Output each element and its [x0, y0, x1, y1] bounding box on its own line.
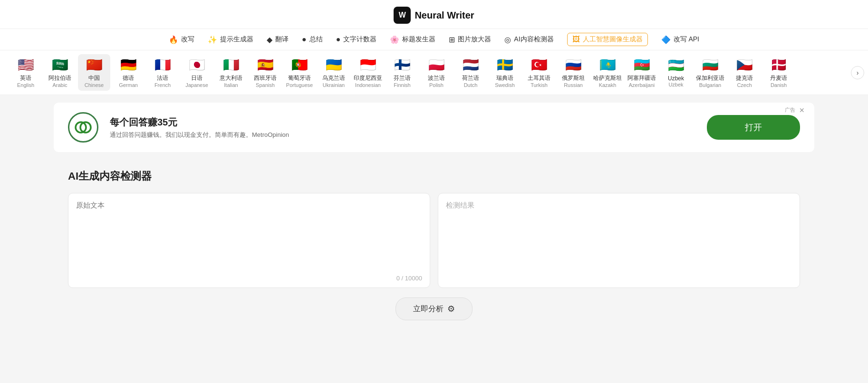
lang-item-kazakh[interactable]: 🇰🇿 哈萨克斯坦 Kazakh [591, 54, 624, 91]
lang-flag: 🇺🇸 [14, 57, 37, 72]
lang-flag: 🇦🇿 [630, 57, 653, 72]
lang-name-en: Turkish [530, 82, 548, 88]
ad-title: 每个回答赚35元 [110, 116, 707, 129]
language-bar-wrap: 🇺🇸 英语 English 🇸🇦 阿拉伯语 Arabic 🇨🇳 中国 Chine… [0, 50, 868, 95]
lang-flag: 🇯🇵 [185, 57, 208, 72]
dot-icon: ● [336, 35, 341, 44]
lang-flag: 🇮🇹 [220, 57, 242, 72]
lang-name-en: Japanese [185, 82, 208, 88]
lang-name-en: Spanish [256, 82, 275, 88]
lang-name-en: Arabic [52, 82, 67, 88]
lang-item-uzbek[interactable]: 🇺🇿 Uzbek Uzbek [660, 55, 692, 90]
nav-item-aidetect[interactable]: ◎ AI内容检测器 [504, 35, 553, 44]
lang-name-en: Italian [224, 82, 238, 88]
lang-flag: 🇨🇳 [83, 57, 106, 72]
lang-item-french[interactable]: 🇫🇷 法语 French [146, 54, 179, 91]
lang-item-dutch[interactable]: 🇳🇱 荷兰语 Dutch [454, 54, 487, 91]
ad-text: 每个回答赚35元 通过回答问题赚钱。我们以现金支付。简单而有趣。MetroOpi… [110, 116, 707, 139]
text-input[interactable] [76, 201, 422, 268]
nav-item-translate[interactable]: ◆ 翻译 [267, 35, 289, 44]
nav-item-wordcount[interactable]: ● 文字计数器 [336, 35, 377, 44]
lang-name-cn: 阿塞拜疆语 [627, 74, 656, 82]
analyze-button[interactable]: 立即分析 ⚙ [395, 297, 473, 320]
lang-name-en: Ukrainian [323, 82, 345, 88]
ad-label: 广告 [785, 106, 795, 114]
analyze-btn-wrap: 立即分析 ⚙ [68, 297, 800, 320]
nav-item-prompt[interactable]: ✨ 提示生成器 [208, 35, 253, 44]
lang-name-cn: Uzbek [668, 75, 684, 82]
lang-flag: 🇺🇿 [665, 58, 687, 73]
nav-item-summarize[interactable]: ● 总结 [302, 35, 323, 44]
lang-flag: 🇪🇸 [254, 57, 277, 72]
lang-name-cn: 意大利语 [220, 74, 242, 82]
lang-item-japanese[interactable]: 🇯🇵 日语 Japanese [181, 54, 213, 91]
lang-item-arabic[interactable]: 🇸🇦 阿拉伯语 Arabic [44, 54, 76, 91]
lang-flag: 🇨🇿 [733, 57, 756, 72]
lang-name-en: Polish [429, 82, 444, 88]
ad-subtitle: 通过回答问题赚钱。我们以现金支付。简单而有趣。MetroOpinion [110, 131, 707, 139]
lang-name-en: Czech [737, 82, 752, 88]
lang-flag: 🇧🇬 [699, 57, 722, 72]
lang-item-turkish[interactable]: 🇹🇷 土耳其语 Turkish [523, 54, 555, 91]
lang-item-czech[interactable]: 🇨🇿 捷克语 Czech [728, 54, 761, 91]
lang-name-cn: 保加利亚语 [696, 74, 724, 82]
lang-item-swedish[interactable]: 🇸🇪 瑞典语 Swedish [489, 54, 521, 91]
lang-item-indonesian[interactable]: 🇮🇩 印度尼西亚 Indonesian [352, 54, 384, 91]
ad-open-button[interactable]: 打开 [707, 115, 800, 140]
lang-name-cn: 中国 [88, 74, 100, 82]
nav-item-title[interactable]: 🌸 标题发生器 [390, 35, 435, 44]
header: W Neural Writer [0, 0, 868, 29]
lang-name-cn: 俄罗斯坦 [562, 74, 585, 82]
lang-item-danish[interactable]: 🇩🇰 丹麦语 Danish [762, 54, 795, 91]
lang-flag: 🇵🇹 [288, 57, 311, 72]
grid-icon: ⊞ [449, 35, 455, 44]
lang-name-cn: 葡萄牙语 [288, 74, 311, 82]
result-panel: 检测结果 [438, 193, 800, 288]
lang-name-cn: 法语 [157, 74, 168, 82]
lang-name-cn: 芬兰语 [394, 74, 411, 82]
ad-close-button[interactable]: ✕ [799, 106, 805, 114]
api-icon: 🔷 [661, 35, 671, 44]
lang-name-en: Kazakh [599, 82, 617, 88]
lang-item-russian[interactable]: 🇷🇺 俄罗斯坦 Russian [557, 54, 589, 91]
lang-name-en: English [17, 82, 34, 88]
logo-icon: W [394, 7, 411, 24]
ad-banner: 每个回答赚35元 通过回答问题赚钱。我们以现金支付。简单而有趣。MetroOpi… [54, 103, 814, 152]
lang-item-german[interactable]: 🇩🇪 德语 German [112, 54, 145, 91]
brain-icon: ◎ [504, 35, 511, 44]
lang-name-en: Bulgarian [699, 82, 721, 88]
lang-name-cn: 阿拉伯语 [48, 74, 71, 82]
circle-icon: ● [302, 35, 307, 44]
lang-item-chinese[interactable]: 🇨🇳 中国 Chinese [78, 54, 110, 91]
lang-flag: 🇷🇺 [562, 57, 585, 72]
nav-item-rewriteapi[interactable]: 🔷 改写 API [661, 35, 699, 44]
lang-flag: 🇫🇮 [391, 57, 414, 72]
nav-item-aiimage[interactable]: 🖼 人工智慧圖像生成器 [567, 33, 648, 46]
result-placeholder: 检测结果 [446, 201, 474, 209]
nav-item-imgzoom[interactable]: ⊞ 图片放大器 [449, 35, 491, 44]
flower-icon: 🌸 [390, 35, 399, 44]
lang-name-cn: 丹麦语 [770, 74, 787, 82]
lang-item-portuguese[interactable]: 🇵🇹 葡萄牙语 Portuguese [283, 54, 316, 91]
lang-item-polish[interactable]: 🇵🇱 波兰语 Polish [420, 54, 453, 91]
lang-item-spanish[interactable]: 🇪🇸 西班牙语 Spanish [249, 54, 281, 91]
fire-icon: 🔥 [169, 35, 178, 44]
input-panel: 0 / 10000 [68, 193, 430, 288]
lang-name-cn: 印度尼西亚 [354, 74, 382, 82]
lang-name-cn: 荷兰语 [462, 74, 479, 82]
lang-item-azerbaijani[interactable]: 🇦🇿 阿塞拜疆语 Azerbaijani [626, 54, 658, 91]
lang-flag: 🇸🇪 [493, 57, 516, 72]
lang-name-cn: 德语 [123, 74, 134, 82]
lang-flag: 🇸🇦 [48, 57, 71, 72]
lang-item-bulgarian[interactable]: 🇧🇬 保加利亚语 Bulgarian [694, 54, 726, 91]
lang-item-ukrainian[interactable]: 🇺🇦 乌克兰语 Ukrainian [318, 54, 350, 91]
lang-flag: 🇫🇷 [151, 57, 174, 72]
lang-item-italian[interactable]: 🇮🇹 意大利语 Italian [215, 54, 247, 91]
lang-item-finnish[interactable]: 🇫🇮 芬兰语 Finnish [386, 54, 418, 91]
main-content: AI生成内容检测器 0 / 10000 检测结果 立即分析 ⚙ [54, 160, 814, 330]
nav: 🔥 改写 ✨ 提示生成器 ◆ 翻译 ● 总结 ● 文字计数器 🌸 标题发生器 ⊞… [0, 29, 868, 50]
nav-item-rewrite[interactable]: 🔥 改写 [169, 35, 194, 44]
lang-item-english[interactable]: 🇺🇸 英语 English [10, 54, 42, 91]
lang-name-en: Danish [771, 82, 787, 88]
lang-bar-next-arrow[interactable]: › [851, 66, 864, 79]
